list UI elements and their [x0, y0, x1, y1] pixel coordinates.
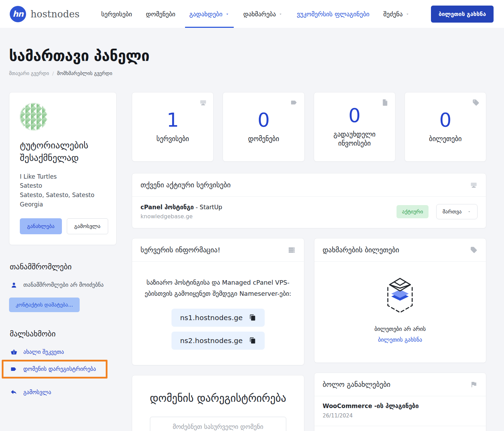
nameserver-pill-1: ns1.hostnodes.ge — [171, 309, 265, 327]
address-line: I Like Turtles — [20, 172, 106, 181]
server-icon — [470, 181, 478, 189]
copy-icon[interactable] — [249, 337, 256, 344]
page-title: სამართავი პანელი — [9, 47, 486, 64]
stats-row: 1 სერვისები 0 დომენები — [132, 92, 486, 162]
open-ticket-link[interactable]: ბილეთის გახსნა — [325, 336, 476, 343]
stat-card-services: 1 სერვისები — [132, 92, 214, 162]
domain-register-title: დომენის დარეგისტრირება — [146, 392, 290, 404]
chevron-down-icon — [467, 210, 471, 214]
active-services-card: თქვენი აქტიური სერვისები cPanel ჰოსტინგი… — [132, 173, 486, 228]
chevron-down-icon — [278, 12, 283, 16]
service-domain: knowledgebase.ge — [141, 213, 222, 220]
active-services-title: თქვენი აქტიური სერვისები — [141, 181, 231, 189]
employees-empty-row: თანამშრომლები არ მოიძებნა — [10, 282, 117, 288]
hostnodes-logo-icon: hn — [10, 6, 26, 22]
status-badge: აქტიური — [397, 205, 429, 218]
update-title: WooCommerce -ის პლაგინები — [323, 402, 478, 409]
nameserver-description: საზიარო ჰოსტინგისა და Managed cPanel VPS… — [144, 277, 292, 300]
profile-address: I Like Turtles Satesto Satesto, Satesto,… — [20, 172, 106, 209]
nameserver-pill-2: ns2.hostnodes.ge — [171, 332, 265, 350]
stat-value: 0 — [349, 106, 361, 125]
copy-icon[interactable] — [249, 314, 256, 321]
stat-label: ბილეთები — [429, 135, 462, 144]
top-navbar: hn hostnodes სერვისები დომენები გადახდებ… — [0, 0, 504, 28]
breadcrumb-home-link[interactable]: მთავარი გვერდი — [9, 71, 49, 76]
breadcrumb: მთავარი გვერდი / მომხმარებლის გვერდი — [9, 71, 486, 76]
profile-name: ტუტორიალების შესაქმნელად — [20, 139, 106, 164]
nav-label: გადახდები — [189, 10, 222, 18]
server-info-card: სერვერის ინფორმაცია! საზიარო ჰოსტინგისა … — [132, 238, 304, 365]
address-line: Satesto — [20, 181, 106, 190]
nameserver-value: ns1.hostnodes.ge — [180, 314, 243, 322]
latest-updates-title: ბოლო განახლებები — [323, 380, 391, 389]
latest-updates-card: ბოლო განახლებები WooCommerce -ის პლაგინე… — [314, 373, 487, 431]
annotation-highlight-box: დომენის დარეგისტრირება — [2, 360, 107, 379]
shortcut-list: ახალი შეკვეთა დომენის დარეგისტრირება — [9, 349, 117, 396]
support-tickets-title: დახმარების ბილეთები — [323, 246, 399, 254]
nav-item-domains[interactable]: დომენები — [146, 0, 176, 28]
service-name: cPanel ჰოსტინგი - StartUp — [141, 204, 222, 211]
domain-search-input[interactable] — [150, 417, 286, 431]
logout-button[interactable]: გამოსვლა — [67, 218, 108, 234]
reply-arrow-icon — [10, 389, 17, 396]
shortcut-logout[interactable]: გამოსვლა — [10, 389, 117, 396]
address-line: Satesto, Satesto, Satesto — [20, 190, 106, 200]
shortcut-new-order[interactable]: ახალი შეკვეთა — [10, 349, 117, 356]
brand-wordmark: hostnodes — [31, 9, 80, 19]
nav-item-services[interactable]: სერვისები — [101, 0, 132, 28]
nav-label: ვუკომერსის ფლაგინები — [297, 10, 369, 18]
shortcut-register-domain[interactable]: დომენის დარეგისტრირება — [10, 366, 96, 373]
chevron-down-icon — [225, 12, 230, 16]
shortcuts-section-title: მალსახმობი — [10, 330, 117, 338]
offer-tag-icon — [470, 246, 478, 254]
nav-item-purchase[interactable]: შეძენა — [383, 0, 410, 28]
main-right-column: დახმარების ბილეთები — [314, 238, 487, 431]
service-plan: - StartUp — [194, 204, 222, 211]
nav-item-payments[interactable]: გადახდები — [189, 0, 229, 28]
address-line: Georgia — [20, 200, 106, 209]
main-nav: სერვისები დომენები გადახდები დახმარება ვ… — [101, 0, 410, 28]
stat-value: 0 — [257, 111, 270, 130]
avatar — [20, 103, 106, 131]
nameserver-value: ns2.hostnodes.ge — [180, 336, 243, 345]
stat-label: დომენები — [248, 135, 279, 144]
rack-server-icon — [288, 246, 296, 254]
tag-icon — [290, 99, 298, 106]
nav-item-support[interactable]: დახმარება — [243, 0, 283, 28]
main-left-column: სერვერის ინფორმაცია! საზიარო ჰოსტინგისა … — [132, 238, 304, 431]
manage-service-button[interactable]: მართვა — [436, 204, 478, 219]
nav-item-woocommerce-plugins[interactable]: ვუკომერსის ფლაგინები — [297, 0, 369, 28]
update-profile-button[interactable]: განახლება — [20, 218, 62, 234]
employees-empty-text: თანამშრომლები არ მოიძებნა — [23, 282, 104, 288]
person-icon — [10, 282, 17, 288]
service-product: cPanel ჰოსტინგი — [141, 204, 194, 211]
stat-label: სერვისები — [157, 135, 189, 144]
stat-card-domains: 0 დომენები — [223, 92, 304, 162]
update-item[interactable]: ჰოსტინგის ფასების განახლება — [314, 426, 486, 431]
breadcrumb-current: მომხმარებლის გვერდი — [57, 71, 112, 76]
stat-value: 1 — [167, 111, 179, 130]
brand-logo[interactable]: hn hostnodes — [10, 6, 80, 22]
invoice-icon — [381, 99, 389, 106]
support-tickets-card: დახმარების ბილეთები — [314, 238, 487, 363]
flag-icon — [470, 381, 478, 388]
server-icon — [199, 99, 207, 106]
stat-label: გადაუხდელი ინვოისები — [326, 130, 383, 148]
shortcut-label: დომენის დარეგისტრირება — [23, 366, 96, 372]
chevron-down-icon — [405, 12, 410, 16]
shortcut-label: გამოსვლა — [23, 389, 51, 396]
breadcrumb-separator: / — [52, 71, 54, 76]
add-contact-button[interactable]: კონტაქტის დამატება... — [9, 298, 80, 312]
open-ticket-button[interactable]: ბილეთის გახსნა — [431, 6, 494, 23]
server-info-title: სერვერის ინფორმაცია! — [141, 246, 221, 254]
stat-value: 0 — [439, 111, 451, 130]
sidebar: ტუტორიალების შესაქმნელად I Like Turtles … — [9, 92, 117, 396]
offer-tag-icon — [472, 99, 480, 106]
manage-label: მართვა — [442, 209, 462, 215]
tag-icon — [10, 366, 17, 373]
main-content: 1 სერვისები 0 დომენები — [132, 92, 486, 431]
update-item[interactable]: WooCommerce -ის პლაგინები 26/11/2024 — [314, 396, 486, 426]
basket-icon — [10, 349, 17, 356]
service-row: cPanel ჰოსტინგი - StartUp knowledgebase.… — [132, 197, 486, 228]
shortcut-label: ახალი შეკვეთა — [23, 349, 64, 355]
